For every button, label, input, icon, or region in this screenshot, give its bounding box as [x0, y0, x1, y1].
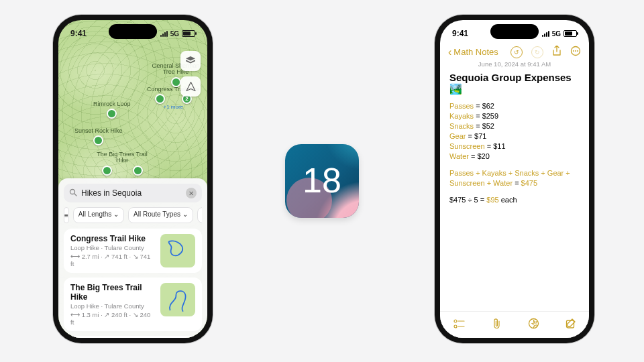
math-var[interactable]: Snacks [449, 122, 474, 130]
search-sheet: Hikes in Sequoia ✕ ≡ All Lengths ⌄ All R… [58, 178, 207, 338]
share-button[interactable] [552, 46, 561, 58]
math-expr[interactable]: Passes + Kayaks + Snacks + Gear + [449, 169, 570, 177]
filter-chip[interactable]: All Elev [197, 207, 202, 223]
chevron-left-icon: ‹ [448, 46, 451, 58]
math-val: $62 [482, 102, 494, 110]
attach-button[interactable] [492, 318, 502, 332]
hike-pin-icon[interactable] [93, 135, 103, 145]
layers-button[interactable] [180, 51, 201, 71]
draw-button[interactable] [528, 318, 539, 332]
svg-point-4 [577, 50, 578, 52]
notes-toolbar [440, 311, 589, 338]
svg-point-0 [70, 189, 75, 194]
compose-button[interactable] [566, 318, 576, 332]
hike-pin-icon[interactable] [133, 166, 143, 176]
hike-result[interactable]: Crescent Meadow Hike [64, 336, 202, 338]
clear-search-button[interactable]: ✕ [186, 188, 197, 198]
note-title: Sequoia Group Expenses 🏞️ [449, 72, 580, 95]
poi-label: Sunset Rock Hike [74, 128, 123, 134]
result-stats: ⟷ 1.3 mi · ↗ 240 ft · ↘ 240 ft [70, 311, 155, 326]
status-time: 9:41 [70, 29, 87, 38]
note-date: June 10, 2024 at 9:41 AM [449, 60, 580, 68]
checklist-button[interactable] [453, 319, 466, 331]
navigate-icon [186, 82, 196, 92]
battery-icon [564, 30, 577, 37]
hike-result[interactable]: The Big Trees Trail Hike Loop Hike · Tul… [64, 278, 202, 331]
hike-pin-icon[interactable] [102, 166, 112, 176]
math-var[interactable]: Sunscreen [449, 142, 485, 150]
result-sub: Loop Hike · Tulare County [70, 244, 155, 251]
math-val: $11 [493, 142, 505, 150]
math-var[interactable]: Kayaks [449, 112, 474, 120]
math-val: $71 [474, 132, 486, 140]
filter-chip[interactable]: All Route Types ⌄ [128, 207, 193, 223]
svg-point-6 [454, 325, 457, 328]
navigate-button[interactable] [180, 76, 201, 97]
version-number: 18 [303, 161, 341, 200]
poi-more[interactable]: +1 more [147, 104, 200, 110]
back-button[interactable]: ‹ Math Notes [448, 46, 498, 58]
result-name: The Big Trees Trail Hike [70, 283, 155, 302]
status-net: 5G [552, 30, 561, 38]
poi-label: The Big Trees Trail Hike [92, 152, 152, 164]
hike-result[interactable]: Congress Trail Hike Loop Hike · Tulare C… [64, 229, 202, 273]
svg-point-2 [573, 50, 574, 52]
redo-button[interactable]: ↻ [531, 46, 543, 58]
phone-maps: 9:41 5G General Sherman Tree Hike Congre… [53, 15, 213, 343]
ios-version-badge: 18 [285, 144, 359, 218]
status-time: 9:41 [452, 29, 468, 38]
math-val: $20 [477, 152, 489, 160]
hike-pin-icon[interactable] [155, 94, 165, 104]
math-expr[interactable]: Sunscreen + Water [449, 179, 513, 187]
search-query: Hikes in Sequoia [81, 188, 182, 198]
filter-chip[interactable]: All Lengths ⌄ [73, 207, 124, 223]
phone-notes: 9:41 5G ‹ Math Notes ↺ ↻ [435, 15, 594, 343]
result-sub: Loop Hike · Tulare County [70, 302, 155, 310]
signal-icon [542, 30, 549, 37]
math-expr[interactable]: $475 ÷ 5 = [449, 196, 486, 204]
math-val: $52 [482, 122, 494, 130]
layers-icon [185, 56, 196, 66]
poi-label: Rimrock Loop [93, 101, 131, 107]
filter-button[interactable]: ≡ [64, 207, 69, 223]
search-field[interactable]: Hikes in Sequoia ✕ [64, 184, 202, 202]
math-result: $475 [521, 179, 537, 187]
math-result: $95 [486, 196, 498, 204]
math-var[interactable]: Passes [449, 102, 474, 110]
svg-point-5 [454, 320, 457, 322]
math-var[interactable]: Water [449, 152, 469, 160]
search-icon [69, 188, 77, 198]
svg-point-3 [575, 50, 576, 52]
undo-button[interactable]: ↺ [511, 46, 523, 58]
folder-name: Math Notes [453, 47, 498, 57]
result-name: Congress Trail Hike [70, 234, 155, 243]
math-var[interactable]: Gear [449, 132, 466, 140]
route-thumb [160, 283, 195, 316]
filter-row: ≡ All Lengths ⌄ All Route Types ⌄ All El… [64, 207, 202, 223]
result-stats: ⟷ 2.7 mi · ↗ 741 ft · ↘ 741 ft [70, 253, 155, 267]
signal-icon [160, 30, 168, 37]
status-net: 5G [170, 30, 179, 38]
route-thumb [160, 234, 195, 267]
more-button[interactable] [570, 46, 581, 58]
hike-pin-icon[interactable] [107, 109, 117, 119]
math-val: $259 [482, 112, 498, 120]
battery-icon [182, 30, 195, 37]
